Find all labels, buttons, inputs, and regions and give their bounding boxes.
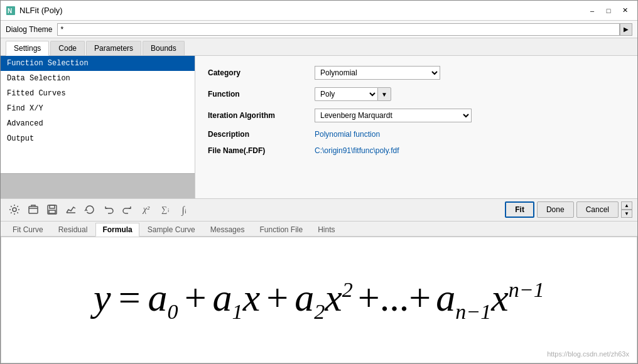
category-select[interactable]: Polynomial Exponential Logarithm Power — [315, 66, 440, 80]
toolbar-btn-open[interactable] — [24, 201, 42, 218]
svg-rect-6 — [49, 210, 55, 213]
bottom-tab-function-file[interactable]: Function File — [252, 223, 310, 236]
formula-an1xn1: an−1xn−1 — [436, 276, 544, 324]
dialog-theme-input[interactable] — [57, 23, 620, 36]
nav-function-selection[interactable]: Function Selection — [1, 56, 195, 71]
iteration-select[interactable]: Levenberg Marquardt Simplex Orthogonal D… — [315, 109, 472, 122]
svg-point-2 — [13, 208, 16, 211]
function-control: Poly Line Gauss ▼ — [315, 87, 391, 101]
svg-rect-3 — [29, 206, 38, 213]
description-row: Description Polynomial function — [208, 130, 625, 139]
toolbar-icons: χ² ∑ᵢ ∫ᵢ — [6, 201, 505, 218]
tab-bounds[interactable]: Bounds — [143, 41, 185, 55]
iteration-control: Levenberg Marquardt Simplex Orthogonal D… — [315, 109, 472, 122]
formula-a0: a0 — [148, 276, 178, 324]
toolbar-btn-integral[interactable]: ∫ᵢ — [175, 201, 193, 218]
function-dropdown-btn[interactable]: ▼ — [377, 87, 391, 101]
window-title: NLFit (Poly) — [19, 6, 585, 15]
cancel-button[interactable]: Cancel — [576, 201, 619, 218]
filename-path: C:\origin91\fitfunc\poly.fdf — [315, 146, 399, 155]
formula-a2x2: a2x2 — [295, 276, 353, 324]
toolbar-btn-undo[interactable] — [100, 201, 117, 218]
toolbar-btn-chisq[interactable]: χ² — [138, 201, 155, 218]
formula-watermark: https://blog.csdn.net/zh63x — [547, 350, 629, 358]
function-row: Function Poly Line Gauss ▼ — [208, 87, 625, 101]
category-control: Polynomial Exponential Logarithm Power — [315, 66, 440, 80]
iteration-row: Iteration Algorithm Levenberg Marquardt … — [208, 109, 625, 122]
nav-data-selection[interactable]: Data Selection — [1, 71, 195, 86]
function-label: Function — [208, 90, 315, 99]
category-row: Category Polynomial Exponential Logarith… — [208, 66, 625, 80]
done-button[interactable]: Done — [537, 201, 574, 218]
dialog-theme-bar: Dialog Theme ▶ — [1, 21, 637, 38]
nav-find-xy[interactable]: Find X/Y — [1, 101, 195, 116]
bottom-tab-messages[interactable]: Messages — [203, 223, 252, 236]
bottom-tab-hints[interactable]: Hints — [311, 223, 342, 236]
svg-rect-5 — [50, 205, 55, 208]
main-tabs: Settings Code Parameters Bounds — [1, 38, 637, 56]
description-label: Description — [208, 130, 315, 139]
close-button[interactable]: ✕ — [617, 4, 632, 17]
toolbar: χ² ∑ᵢ ∫ᵢ Fit Done Cancel ▲ ▼ — [1, 199, 637, 222]
left-panel-spacer — [1, 173, 195, 198]
tab-settings[interactable]: Settings — [6, 41, 49, 56]
description-link[interactable]: Polynomial function — [315, 130, 380, 139]
bottom-tabs: Fit Curve Residual Formula Sample Curve … — [1, 222, 637, 237]
right-panel: Category Polynomial Exponential Logarith… — [195, 56, 637, 198]
formula-a1x: a1x — [213, 276, 261, 324]
iteration-label: Iteration Algorithm — [208, 111, 315, 120]
left-panel: Function Selection Data Selection Fitted… — [1, 56, 195, 198]
dialog-theme-arrow[interactable]: ▶ — [620, 23, 632, 36]
maximize-button[interactable]: □ — [601, 4, 616, 17]
filename-row: File Name(.FDF) C:\origin91\fitfunc\poly… — [208, 146, 625, 155]
window-controls: – □ ✕ — [585, 4, 632, 17]
left-panel-list: Function Selection Data Selection Fitted… — [1, 56, 195, 173]
toolbar-btn-sum[interactable]: ∑ᵢ — [156, 201, 174, 218]
dialog-theme-label: Dialog Theme — [6, 25, 52, 34]
bottom-tab-residual[interactable]: Residual — [51, 223, 95, 236]
main-content: Function Selection Data Selection Fitted… — [1, 56, 637, 199]
formula-plus3: +...+ — [358, 276, 431, 320]
filename-label: File Name(.FDF) — [208, 146, 315, 155]
formula-content: y = a0 + a1x + a2x2 +...+ an−1xn−1 — [94, 276, 544, 324]
category-label: Category — [208, 68, 315, 77]
main-window: N NLFit (Poly) – □ ✕ Dialog Theme ▶ Sett… — [0, 0, 638, 364]
bottom-tab-sample-curve[interactable]: Sample Curve — [141, 223, 202, 236]
fit-button[interactable]: Fit — [505, 201, 534, 218]
bottom-tab-fit-curve[interactable]: Fit Curve — [6, 223, 50, 236]
formula-plus1: + — [185, 276, 207, 320]
app-icon: N — [6, 6, 16, 16]
minimize-button[interactable]: – — [585, 4, 600, 17]
scroll-arrows: ▲ ▼ — [621, 201, 632, 218]
formula-y: y — [94, 276, 111, 320]
toolbar-actions: Fit Done Cancel — [505, 201, 619, 218]
tab-code[interactable]: Code — [50, 41, 85, 55]
tab-parameters[interactable]: Parameters — [86, 41, 141, 55]
svg-text:N: N — [8, 8, 12, 14]
formula-display: y = a0 + a1x + a2x2 +...+ an−1xn−1 https… — [1, 237, 637, 364]
toolbar-btn-chart[interactable] — [62, 201, 80, 218]
toolbar-btn-settings[interactable] — [6, 201, 23, 218]
nav-output[interactable]: Output — [1, 131, 195, 146]
scroll-down-btn[interactable]: ▼ — [621, 210, 632, 218]
toolbar-btn-refresh[interactable] — [81, 201, 99, 218]
toolbar-btn-redo[interactable] — [119, 201, 136, 218]
toolbar-btn-save[interactable] — [43, 201, 61, 218]
bottom-tab-formula[interactable]: Formula — [95, 223, 139, 237]
title-bar: N NLFit (Poly) – □ ✕ — [1, 1, 637, 21]
nav-advanced[interactable]: Advanced — [1, 116, 195, 131]
formula-eq: = — [119, 276, 141, 320]
formula-plus2: + — [266, 276, 288, 320]
function-select[interactable]: Poly Line Gauss — [315, 87, 377, 101]
bottom-section: Fit Curve Residual Formula Sample Curve … — [1, 222, 637, 364]
scroll-up-btn[interactable]: ▲ — [621, 201, 632, 210]
nav-fitted-curves[interactable]: Fitted Curves — [1, 86, 195, 101]
function-split-select: Poly Line Gauss ▼ — [315, 87, 391, 101]
